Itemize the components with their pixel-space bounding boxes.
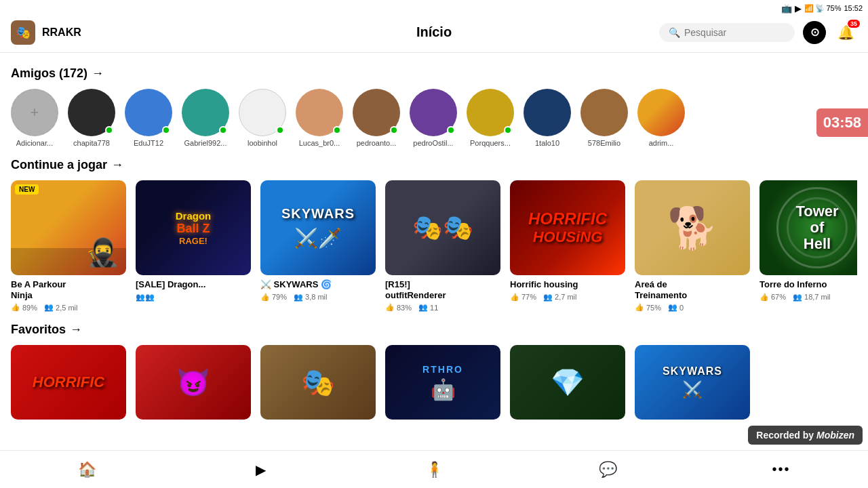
game-thumbnail: 🐕	[635, 180, 750, 275]
robux-button[interactable]: ⊙	[803, 21, 826, 44]
wifi-icon: 📶	[804, 4, 814, 13]
add-friend-item[interactable]: + Adicionar...	[11, 89, 58, 147]
game-card[interactable]: SKYWARS ⚔️🗡️ ⚔️ SKYWARS 🌀 👍79% 👥3,8 mil	[260, 180, 376, 312]
game-title: [R15!]outfitRenderer	[385, 279, 500, 300]
game-card[interactable]: TowerofHell Torre do Inferno 👍67% 👥18,7 …	[760, 180, 857, 312]
rating: 77%	[521, 293, 536, 301]
timer-overlay: 03:58	[816, 108, 868, 137]
favorites-row: HORRIFIC 😈 🎭 RTHRO 🤖 💎	[11, 345, 857, 420]
players: 0	[679, 304, 684, 312]
search-box[interactable]: 🔍	[659, 23, 795, 42]
watermark-text: Recorded by	[756, 430, 816, 441]
online-indicator	[447, 126, 455, 134]
fav-card[interactable]: RTHRO 🤖	[385, 345, 500, 420]
friends-section-header: Amigos (172) →	[11, 66, 857, 81]
user-avatar[interactable]: 🎭	[11, 20, 35, 45]
nav-home[interactable]: 🏠	[0, 451, 174, 488]
friend-item[interactable]: adrim...	[637, 89, 685, 147]
fav-card[interactable]: 😈	[136, 345, 251, 420]
friend-item[interactable]: pedroanto...	[353, 89, 400, 147]
recording-watermark: Recorded by Mobizen	[748, 426, 863, 445]
favorites-section-title: Favoritos	[11, 323, 66, 337]
players: 18,7 mil	[804, 293, 831, 301]
add-friend-label: Adicionar...	[16, 139, 53, 147]
game-stats: 👥👥	[136, 293, 251, 302]
online-indicator	[504, 126, 512, 134]
fav-card[interactable]: 💎	[510, 345, 625, 420]
fav-thumbnail: HORRIFIC	[11, 345, 126, 420]
fav-thumbnail: 💎	[510, 345, 625, 420]
favorites-arrow[interactable]: →	[70, 323, 82, 337]
rating: 83%	[397, 304, 412, 312]
game-title: Areá deTreinamento	[635, 279, 750, 300]
page-title: Início	[416, 24, 452, 40]
timer-value: 03:58	[823, 114, 861, 131]
rating: 75%	[646, 304, 661, 312]
friend-name: loobinhol	[248, 139, 277, 147]
players: 2,7 mil	[555, 293, 576, 301]
friend-item[interactable]: chapita778	[68, 89, 115, 147]
friend-name: adrim...	[649, 139, 674, 147]
games-row: NEW 🥷 Be A ParkourNinja 👍89% 👥2,5 mil Dr…	[11, 180, 857, 312]
fav-card[interactable]: HORRIFIC	[11, 345, 126, 420]
game-card[interactable]: NEW 🥷 Be A ParkourNinja 👍89% 👥2,5 mil	[11, 180, 126, 312]
fav-thumbnail: RTHRO 🤖	[385, 345, 500, 420]
top-bar-right: 🔍 ⊙ 🔔 35	[659, 21, 857, 44]
game-stats: 👍79% 👥3,8 mil	[260, 293, 376, 302]
notif-badge: 35	[848, 20, 860, 28]
add-friend-avatar: +	[11, 89, 58, 136]
friend-name: Porqquers...	[470, 139, 511, 147]
friend-item[interactable]: Lucas_br0...	[296, 89, 343, 147]
friends-arrow[interactable]: →	[92, 66, 104, 81]
rating: 79%	[272, 293, 287, 301]
favorites-section-header: Favoritos →	[11, 323, 857, 337]
chat-icon: 💬	[599, 461, 617, 479]
online-indicator	[390, 126, 398, 134]
fav-card[interactable]: 🎭	[260, 345, 376, 420]
fav-card[interactable]: SKYWARS ⚔️	[635, 345, 750, 420]
game-thumbnail: SKYWARS ⚔️🗡️	[260, 180, 376, 275]
friend-item[interactable]: 1talo10	[524, 89, 571, 147]
notifications-button[interactable]: 🔔 35	[834, 21, 857, 44]
signal-icon: 📡	[815, 4, 825, 13]
friend-item[interactable]: Porqquers...	[467, 89, 514, 147]
friend-item[interactable]: Gabriel992...	[182, 89, 229, 147]
friend-name: Lucas_br0...	[299, 139, 340, 147]
top-bar-left: 🎭 RRAKR	[11, 20, 81, 45]
screen-record-icon: 📺	[781, 3, 792, 14]
game-stats: 👍67% 👥18,7 mil	[760, 293, 857, 302]
play-icon: ▶	[256, 462, 266, 478]
game-card[interactable]: HORRIFIC HOUSiNG Horrific housing 👍77% 👥…	[510, 180, 625, 312]
continue-playing-arrow[interactable]: →	[111, 158, 123, 172]
bottom-nav: 🏠 ▶ 🧍 💬 •••	[0, 450, 868, 488]
game-card[interactable]: 🎭🎭 [R15!]outfitRenderer 👍83% 👥11	[385, 180, 500, 312]
continue-playing-header: Continue a jogar →	[11, 158, 857, 172]
more-icon: •••	[772, 462, 790, 477]
game-card[interactable]: 🐕 Areá deTreinamento 👍75% 👥0	[635, 180, 750, 312]
nav-chat[interactable]: 💬	[521, 451, 694, 488]
fav-thumbnail: 🎭	[260, 345, 376, 420]
nav-play[interactable]: ▶	[174, 451, 347, 488]
nav-avatar[interactable]: 🧍	[347, 451, 521, 488]
friend-item[interactable]: EduJT12	[125, 89, 172, 147]
friend-avatar	[637, 89, 685, 136]
friends-section-title: Amigos (172)	[11, 66, 87, 81]
players: 11	[430, 304, 438, 312]
friend-item[interactable]: loobinhol	[239, 89, 286, 147]
game-title: ⚔️ SKYWARS 🌀	[260, 279, 376, 290]
game-title: [SALE] Dragon...	[136, 279, 251, 290]
friend-avatars-icon: 👥👥	[136, 293, 155, 302]
friend-name: 578Emilio	[588, 139, 620, 147]
game-thumbnail: NEW 🥷	[11, 180, 126, 275]
friend-name: pedroanto...	[357, 139, 397, 147]
players: 2,5 mil	[56, 304, 77, 312]
friend-item[interactable]: pedroOstil...	[410, 89, 457, 147]
system-bar: 📺 ▶ 📶 📡 75% 15:52	[0, 0, 868, 16]
online-indicator	[162, 126, 170, 134]
game-thumbnail: 🎭🎭	[385, 180, 500, 275]
nav-more[interactable]: •••	[694, 451, 868, 488]
search-input[interactable]	[684, 27, 785, 38]
username-label: RRAKR	[42, 26, 81, 39]
game-card[interactable]: Dragon Ball Z RAGE! [SALE] Dragon... 👥👥	[136, 180, 251, 312]
friend-item[interactable]: 578Emilio	[580, 89, 628, 147]
